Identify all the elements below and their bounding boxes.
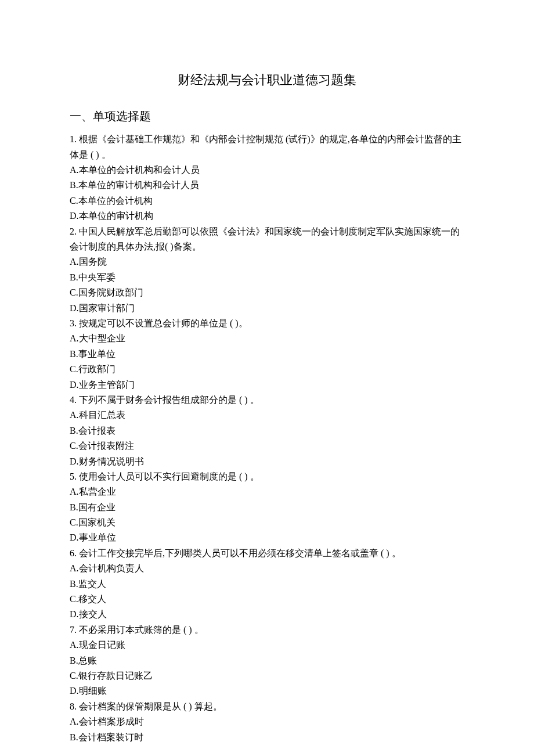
option-c: C.移交人 <box>70 592 464 607</box>
option-c: C.本单位的会计机构 <box>70 193 464 208</box>
section-heading: 一、单项选择题 <box>70 107 464 126</box>
option-d: D.事业单位 <box>70 530 464 545</box>
question-7: 7. 不必采用订本式账簿的是 ( ) 。 A.现金日记账 B.总账 C.银行存款… <box>70 622 464 699</box>
option-a: A.科目汇总表 <box>70 408 464 423</box>
question-4: 4. 下列不属于财务会计报告组成部分的是 ( ) 。 A.科目汇总表 B.会计报… <box>70 393 464 469</box>
option-b: B.会计档案装订时 <box>70 730 464 745</box>
option-b: B.国有企业 <box>70 500 464 515</box>
option-b: B.事业单位 <box>70 347 464 362</box>
option-b: B.总账 <box>70 653 464 668</box>
option-c: C.行政部门 <box>70 362 464 377</box>
question-text: 8. 会计档案的保管期限是从 ( ) 算起。 <box>70 699 464 714</box>
question-1: 1. 根据《会计基础工作规范》和《内部会计控制规范 (试行)》的规定,各单位的内… <box>70 132 464 224</box>
option-d: D.财务情况说明书 <box>70 454 464 469</box>
option-c: C.国家机关 <box>70 515 464 530</box>
question-text: 7. 不必采用订本式账簿的是 ( ) 。 <box>70 622 464 638</box>
question-text: 2. 中国人民解放军总后勤部可以依照《会计法》和国家统一的会计制度制定军队实施国… <box>70 224 464 255</box>
question-3: 3. 按规定可以不设置总会计师的单位是 ( )。 A.大中型企业 B.事业单位 … <box>70 316 464 393</box>
option-a: A.会计档案形成时 <box>70 714 464 729</box>
option-c: C.银行存款日记账乙 <box>70 668 464 683</box>
option-a: A.现金日记账 <box>70 638 464 653</box>
option-a: A.会计机构负责人 <box>70 561 464 576</box>
option-d: D.国家审计部门 <box>70 301 464 316</box>
question-text: 5. 使用会计人员可以不实行回避制度的是 ( ) 。 <box>70 469 464 484</box>
question-8: 8. 会计档案的保管期限是从 ( ) 算起。 A.会计档案形成时 B.会计档案装… <box>70 699 464 745</box>
option-c: C.国务院财政部门 <box>70 285 464 300</box>
option-a: A.大中型企业 <box>70 331 464 346</box>
question-5: 5. 使用会计人员可以不实行回避制度的是 ( ) 。 A.私营企业 B.国有企业… <box>70 469 464 546</box>
document-page: 财经法规与会计职业道德习题集 一、单项选择题 1. 根据《会计基础工作规范》和《… <box>0 0 534 756</box>
option-d: D.本单位的审计机构 <box>70 208 464 224</box>
option-b: B.会计报表 <box>70 423 464 438</box>
option-d: D.业务主管部门 <box>70 377 464 393</box>
option-b: B.本单位的审计机构和会计人员 <box>70 178 464 193</box>
option-b: B.中央军委 <box>70 270 464 285</box>
question-text: 3. 按规定可以不设置总会计师的单位是 ( )。 <box>70 316 464 331</box>
question-text: 4. 下列不属于财务会计报告组成部分的是 ( ) 。 <box>70 393 464 408</box>
question-6: 6. 会计工作交接完毕后,下列哪类人员可以不用必须在移交清单上签名或盖章 ( )… <box>70 546 464 622</box>
document-title: 财经法规与会计职业道德习题集 <box>70 70 464 91</box>
question-text: 1. 根据《会计基础工作规范》和《内部会计控制规范 (试行)》的规定,各单位的内… <box>70 132 464 163</box>
option-a: A.国务院 <box>70 254 464 269</box>
option-a: A.本单位的会计机构和会计人员 <box>70 163 464 178</box>
question-text: 6. 会计工作交接完毕后,下列哪类人员可以不用必须在移交清单上签名或盖章 ( )… <box>70 546 464 561</box>
option-d: D.接交人 <box>70 607 464 622</box>
option-d: D.明细账 <box>70 683 464 699</box>
option-a: A.私营企业 <box>70 484 464 499</box>
option-b: B.监交人 <box>70 577 464 592</box>
question-2: 2. 中国人民解放军总后勤部可以依照《会计法》和国家统一的会计制度制定军队实施国… <box>70 224 464 316</box>
option-c: C.会计报表附注 <box>70 438 464 453</box>
